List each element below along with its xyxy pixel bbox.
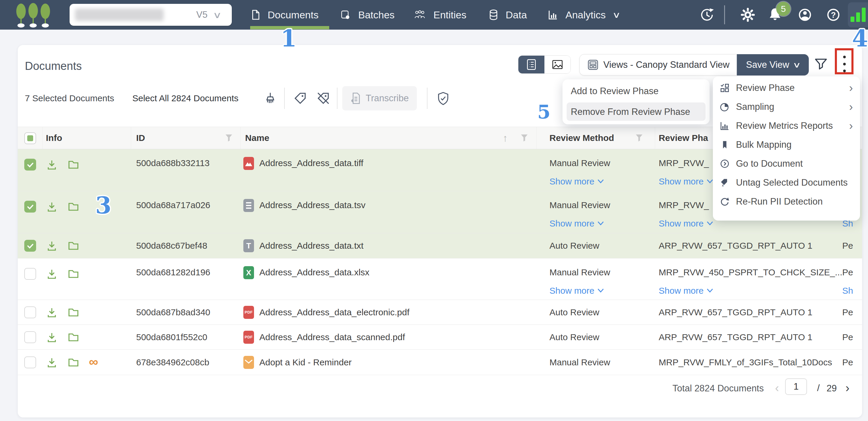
row-checkbox-unchecked[interactable]: [24, 331, 36, 343]
review-method-value: Manual Review: [550, 267, 610, 277]
menu-item-untag-selected-documents[interactable]: x Untag Selected Documents: [713, 173, 860, 192]
column-header-review-method[interactable]: Review Method: [550, 133, 614, 143]
more-actions-menu: Review Phase › Sampling › Review Metrics…: [713, 77, 860, 220]
download-icon[interactable]: [46, 306, 58, 318]
menu-item-remove-from-review-phase[interactable]: Remove From Review Phase: [567, 102, 706, 121]
tag-button[interactable]: [294, 92, 307, 106]
envelope-icon: [245, 359, 253, 365]
next-page-button[interactable]: ›: [845, 381, 849, 395]
row-checkbox-unchecked[interactable]: [24, 357, 36, 368]
tab-label: Batches: [358, 9, 395, 21]
folder-icon[interactable]: [67, 240, 79, 252]
clean-button[interactable]: [264, 92, 277, 107]
table-row[interactable]: 500da681282d196 X Address_Address_data.x…: [18, 259, 862, 300]
sort-ascending-icon[interactable]: ↑: [503, 132, 508, 144]
canopy-logo[interactable]: [16, 3, 51, 27]
menu-item-review-metrics-reports[interactable]: Review Metrics Reports ›: [713, 116, 860, 135]
show-more-link[interactable]: Show more: [550, 218, 604, 229]
sampling-pie-icon: [720, 102, 730, 112]
column-header-review-phase[interactable]: Review Pha: [659, 133, 708, 143]
table-footer: Total 2824 Documents ‹ 1 / 29 ›: [18, 376, 862, 403]
document-name[interactable]: Address_Address_data.xlsx: [259, 267, 369, 277]
history-button[interactable]: [699, 0, 715, 30]
row-checkbox-checked[interactable]: [24, 159, 36, 171]
table-row[interactable]: ∞ 678e384962c08cb Adopt a Kid - Reminder…: [18, 350, 862, 375]
previous-page-button[interactable]: ‹: [775, 381, 779, 395]
column-header-name[interactable]: Name: [245, 133, 270, 143]
table-row[interactable]: 500da6801f552c0 PDF Address_Address_data…: [18, 325, 862, 350]
go-to-document-icon: [720, 159, 730, 169]
row-checkbox-checked[interactable]: [24, 240, 36, 252]
save-view-button[interactable]: Save View ∨: [737, 54, 809, 76]
file-icon-email: [243, 356, 254, 369]
widgets-panel-button[interactable]: [848, 2, 868, 27]
image-view-button[interactable]: [545, 56, 570, 73]
pii-shield-button[interactable]: [437, 92, 450, 107]
document-name[interactable]: Address_Address_data.tiff: [259, 158, 363, 168]
tab-data[interactable]: Data: [489, 0, 527, 30]
page-number-input[interactable]: 1: [785, 379, 807, 395]
download-icon[interactable]: [46, 331, 58, 343]
views-selector[interactable]: Views - Canopy Standard View: [579, 54, 737, 76]
menu-item-rerun-pii-detection[interactable]: Re-Run PII Detection: [713, 192, 860, 211]
folder-icon[interactable]: [67, 268, 79, 280]
folder-icon[interactable]: [67, 201, 79, 213]
download-icon[interactable]: [46, 159, 58, 171]
document-name[interactable]: Address_Address_data.txt: [259, 241, 364, 251]
account-button[interactable]: [797, 0, 813, 30]
tab-analytics[interactable]: Analytics ∨: [548, 0, 620, 30]
show-more-link-clipped[interactable]: Sh: [842, 286, 862, 296]
show-more-link[interactable]: Show more: [550, 176, 604, 186]
filter-funnel-icon[interactable]: [521, 134, 528, 142]
document-name[interactable]: Adopt a Kid - Reminder: [259, 357, 352, 367]
table-view-button[interactable]: [518, 56, 545, 73]
review-phase-value: MRP_RVW_: [659, 200, 709, 210]
download-icon[interactable]: [46, 201, 58, 213]
tab-batches[interactable]: Batches: [340, 0, 395, 30]
table-row[interactable]: 500da68c67bef48 T Address_Address_data.t…: [18, 233, 862, 259]
untag-button[interactable]: [317, 92, 330, 106]
folder-icon[interactable]: [67, 331, 79, 343]
column-header-info[interactable]: Info: [46, 133, 62, 143]
download-icon[interactable]: [46, 357, 58, 368]
settings-button[interactable]: [740, 0, 755, 30]
show-more-link[interactable]: Show more: [550, 286, 604, 296]
select-all-checkbox[interactable]: [24, 132, 36, 144]
tab-entities[interactable]: Entities: [414, 0, 467, 30]
folder-icon[interactable]: [67, 159, 79, 171]
menu-item-sampling[interactable]: Sampling ›: [713, 97, 860, 116]
select-all-link[interactable]: Select All 2824 Documents: [132, 92, 239, 104]
filter-button[interactable]: [814, 57, 828, 72]
menu-item-add-to-review-phase[interactable]: Add to Review Phase: [571, 86, 658, 96]
review-method-value: Auto Review: [550, 332, 599, 342]
family-link-icon[interactable]: ∞: [89, 357, 101, 368]
transcribe-button[interactable]: Transcribe: [342, 86, 417, 111]
menu-item-bulk-mapping[interactable]: Bulk Mapping: [713, 135, 860, 154]
menu-item-review-phase[interactable]: Review Phase ›: [713, 79, 860, 97]
download-icon[interactable]: [46, 268, 58, 280]
document-name[interactable]: Address_Address_data_electronic.pdf: [259, 307, 409, 318]
document-name[interactable]: Address_Address_data_scanned.pdf: [259, 332, 405, 342]
help-button[interactable]: ?: [825, 0, 841, 30]
row-checkbox-checked[interactable]: [24, 201, 36, 213]
save-view-label: Save View: [746, 60, 789, 70]
download-icon[interactable]: [46, 240, 58, 252]
row-checkbox-unchecked[interactable]: [24, 306, 36, 318]
filter-funnel-icon[interactable]: [636, 134, 643, 142]
table-row[interactable]: 500da687b8ad340 PDF Address_Address_data…: [18, 300, 862, 325]
column-header-id[interactable]: ID: [136, 133, 145, 143]
tab-label: Analytics: [565, 9, 606, 21]
folder-icon[interactable]: [67, 357, 79, 368]
tree-icon: [16, 3, 27, 28]
filter-funnel-icon[interactable]: [225, 134, 232, 142]
folder-icon[interactable]: [67, 306, 79, 318]
document-name[interactable]: Address_Address_data.tsv: [259, 200, 366, 210]
menu-item-go-to-document[interactable]: Go to Document: [713, 154, 860, 173]
workspace-selector[interactable]: V5 ∨: [69, 4, 232, 26]
show-more-link[interactable]: Show more: [659, 218, 713, 229]
show-more-link[interactable]: Show more: [659, 286, 713, 296]
show-more-link[interactable]: Show more: [659, 176, 713, 186]
check-icon: [26, 242, 34, 249]
row-checkbox-unchecked[interactable]: [24, 268, 36, 280]
toolbar-divider: [427, 88, 428, 109]
